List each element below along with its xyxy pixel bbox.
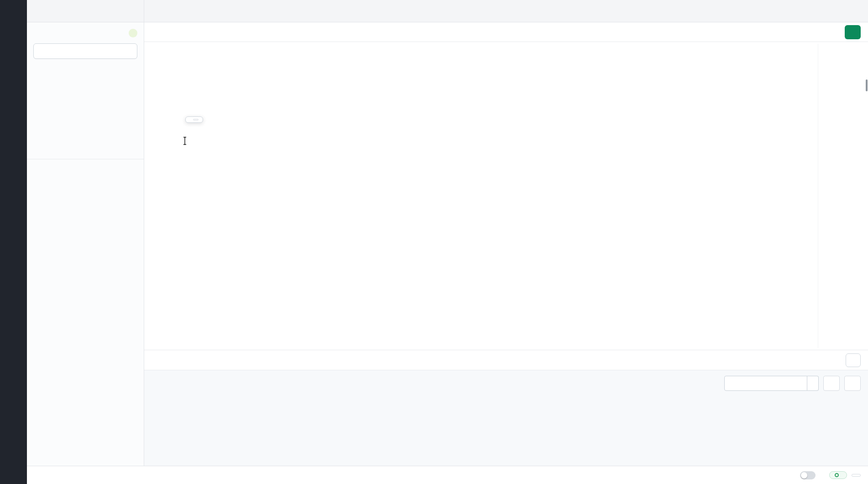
status-bar-right <box>800 471 861 479</box>
lineage-selector-input[interactable] <box>724 376 807 391</box>
text-cursor-icon <box>182 137 188 147</box>
update-graph-button[interactable] <box>807 376 819 391</box>
sidebar <box>27 22 144 466</box>
tab-bar <box>144 0 846 22</box>
dbt-cloud-ide <box>0 0 868 484</box>
breadcrumb-bar <box>144 22 868 42</box>
editor-gutter <box>144 42 164 350</box>
defer-toggle[interactable] <box>800 471 816 479</box>
dbt-copilot-button[interactable] <box>846 353 861 367</box>
commit-and-sync-button[interactable] <box>33 43 137 59</box>
editor-scrollbar[interactable] <box>866 79 868 91</box>
ready-dot-icon <box>835 473 839 477</box>
status-bar <box>27 466 868 484</box>
minimap[interactable] <box>818 44 864 348</box>
branch-widget[interactable] <box>27 0 144 22</box>
save-button[interactable] <box>845 25 861 39</box>
changes-count-badge <box>129 29 137 37</box>
fullscreen-button[interactable] <box>823 376 840 391</box>
refresh-graph-button[interactable] <box>844 376 861 391</box>
toggle-knob <box>801 472 807 479</box>
shortcut-badge <box>193 119 199 121</box>
file-explorer-header[interactable] <box>27 159 144 168</box>
overflow-menu-button[interactable] <box>852 474 861 477</box>
activity-bar <box>0 0 27 484</box>
status-ready-badge <box>829 471 847 479</box>
edit-popup[interactable] <box>185 116 203 123</box>
lineage-panel <box>144 370 868 466</box>
bottom-toolbar <box>144 350 868 370</box>
version-control-header[interactable] <box>33 29 137 37</box>
editor-column <box>144 22 868 466</box>
version-control-section <box>27 22 144 159</box>
top-bar <box>27 0 868 22</box>
editor-code[interactable] <box>164 42 868 350</box>
lineage-controls <box>724 376 861 391</box>
code-editor[interactable] <box>144 42 868 350</box>
new-tab-button[interactable] <box>846 0 868 22</box>
file-tree <box>27 168 144 466</box>
